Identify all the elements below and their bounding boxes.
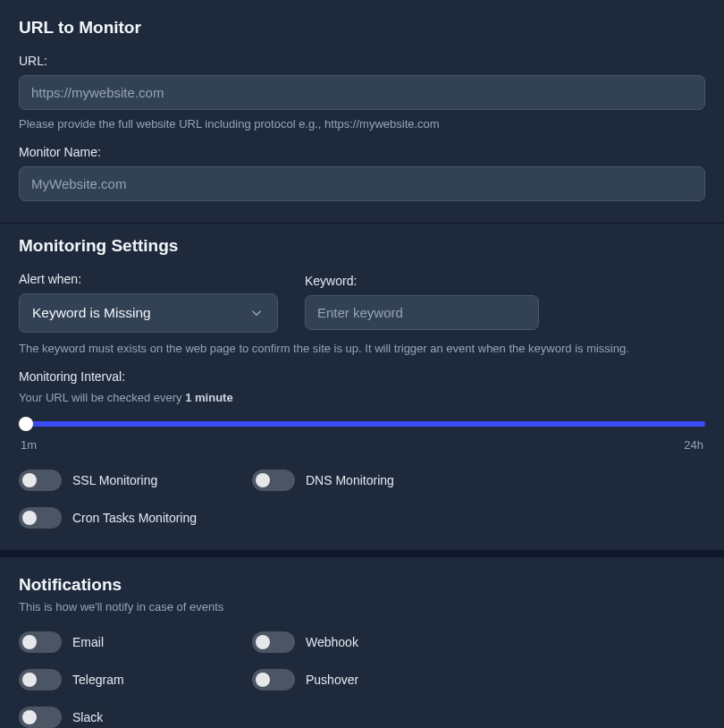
interval-value: 1 minute: [185, 391, 232, 404]
slider-thumb[interactable]: [19, 417, 33, 431]
slack-toggle-item: Slack: [19, 707, 252, 728]
pushover-toggle-item: Pushover: [252, 669, 485, 690]
alert-row: Alert when: Keyword is Missing Keyword:: [19, 272, 705, 333]
cron-monitoring-switch[interactable]: [19, 507, 62, 529]
slider-track: [19, 421, 705, 427]
monitor-name-field: Monitor Name:: [19, 145, 705, 201]
section-separator: [0, 550, 724, 557]
section-title: URL to Monitor: [19, 18, 705, 38]
notifications-section: Notifications This is how we'll notify i…: [0, 557, 724, 728]
webhook-switch[interactable]: [252, 631, 295, 653]
keyword-field: Keyword:: [305, 272, 705, 330]
alert-when-field: Alert when: Keyword is Missing: [19, 272, 290, 333]
interval-label: Monitoring Interval:: [19, 369, 705, 384]
slack-switch[interactable]: [19, 707, 62, 728]
monitor-name-label: Monitor Name:: [19, 145, 705, 159]
section-title: Notifications: [19, 575, 705, 595]
cron-monitoring-toggle-item: Cron Tasks Monitoring: [19, 507, 252, 529]
email-toggle-item: Email: [19, 631, 252, 653]
notifications-sub: This is how we'll notify in case of even…: [19, 600, 705, 614]
webhook-toggle-item: Webhook: [252, 631, 485, 653]
slider-labels: 1m 24h: [19, 438, 705, 452]
cron-monitoring-label: Cron Tasks Monitoring: [72, 511, 197, 525]
telegram-toggle-item: Telegram: [19, 669, 252, 690]
slider-max-label: 24h: [684, 438, 703, 452]
url-field: URL: Please provide the full website URL…: [19, 54, 705, 131]
url-hint: Please provide the full website URL incl…: [19, 117, 705, 131]
email-label: Email: [72, 635, 104, 649]
ssl-monitoring-switch[interactable]: [19, 470, 62, 491]
pushover-label: Pushover: [306, 673, 358, 687]
ssl-monitoring-label: SSL Monitoring: [72, 473, 157, 487]
telegram-switch[interactable]: [19, 669, 62, 690]
slider-min-label: 1m: [21, 438, 37, 452]
url-label: URL:: [19, 54, 705, 68]
keyword-description: The keyword must exists on the web page …: [19, 342, 705, 355]
ssl-monitoring-toggle-item: SSL Monitoring: [19, 470, 252, 491]
alert-when-label: Alert when:: [19, 272, 290, 286]
dns-monitoring-label: DNS Monitoring: [306, 473, 394, 487]
pushover-switch[interactable]: [252, 669, 295, 690]
telegram-label: Telegram: [72, 673, 124, 687]
dns-monitoring-switch[interactable]: [252, 470, 295, 491]
alert-when-selected: Keyword is Missing: [32, 305, 151, 321]
url-to-monitor-section: URL to Monitor URL: Please provide the f…: [0, 0, 724, 223]
monitor-name-input[interactable]: [19, 166, 705, 201]
monitoring-settings-section: Monitoring Settings Alert when: Keyword …: [0, 223, 724, 550]
interval-text: Your URL will be checked every 1 minute: [19, 391, 705, 404]
keyword-input[interactable]: [305, 295, 539, 330]
alert-when-select[interactable]: Keyword is Missing: [19, 293, 278, 333]
webhook-label: Webhook: [306, 635, 358, 649]
email-switch[interactable]: [19, 631, 62, 653]
chevron-down-icon: [248, 305, 265, 321]
dns-monitoring-toggle-item: DNS Monitoring: [252, 470, 485, 491]
notification-toggles: Email Webhook Telegram Pushover Slack: [19, 631, 705, 728]
interval-slider[interactable]: [19, 417, 705, 431]
url-input[interactable]: [19, 75, 705, 110]
section-title: Monitoring Settings: [19, 236, 705, 256]
interval-field: Monitoring Interval: Your URL will be ch…: [19, 369, 705, 452]
keyword-label: Keyword:: [305, 274, 705, 288]
monitoring-toggles: SSL Monitoring DNS Monitoring Cron Tasks…: [19, 470, 705, 529]
slack-label: Slack: [72, 710, 103, 724]
